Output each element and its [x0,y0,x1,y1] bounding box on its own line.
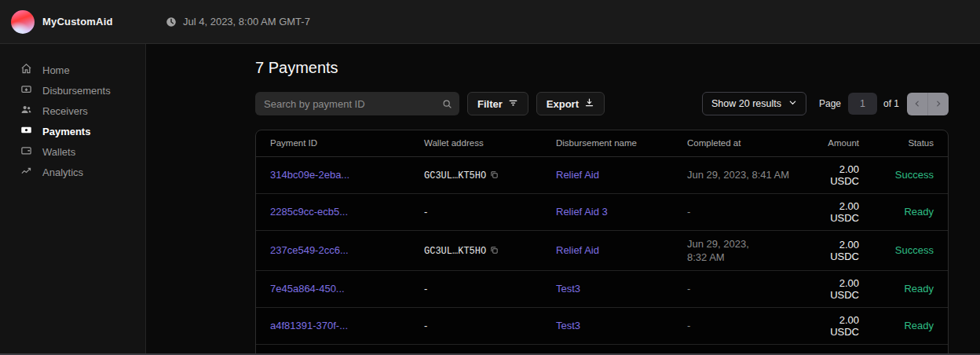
toolbar: Filter Export Show 20 results Page o [255,92,949,115]
payment-id-link[interactable]: 237ce549-2cc6... [270,244,349,256]
amount: 2.00 USDC [806,230,873,270]
datetime-display: Jul 4, 2023, 8:00 AM GMT-7 [166,16,310,27]
column-header-amount: Amount [806,130,873,156]
amount: 2.00 USDC [806,193,873,230]
analytics-icon [20,165,32,179]
sidebar-item-disbursements[interactable]: Disbursements [0,80,145,101]
wallet-address: GC3UL…KT5HO [424,246,486,257]
wallet-address: GC3UL…KT5HO [424,170,486,181]
status-badge: Ready [873,307,948,344]
column-header-completed-at: Completed at [673,130,806,156]
wallet-address: - [410,270,542,307]
sidebar-item-label: Analytics [42,167,83,178]
sidebar: Home Disbursements Receivers Payments Wa… [0,44,146,353]
clock-icon [166,16,177,27]
page-label: Page [819,98,841,109]
sidebar-item-label: Receivers [42,105,88,117]
table-row: a4f81391-370f-... - Test3 - 2.00 USDC Re… [256,307,948,344]
completed-at: Jun 29, 2023, 8:41 AM [673,156,806,193]
chevron-left-icon [913,97,921,111]
sidebar-item-label: Wallets [42,146,75,158]
completed-at: - [673,307,806,344]
status-badge: Success [873,230,948,270]
pagination-control [907,93,949,115]
datetime-text: Jul 4, 2023, 8:00 AM GMT-7 [183,16,310,27]
sidebar-item-analytics[interactable]: Analytics [0,162,145,182]
copy-icon[interactable] [490,245,499,257]
app-logo [11,10,35,34]
completed-at: Jun 29, 2023, 8:32 AM [687,237,770,264]
completed-at: - [673,270,806,307]
column-header-disbursement-name: Disbursement name [542,130,673,156]
next-page-button[interactable] [928,93,949,115]
wallet-address: - [410,193,542,230]
table-header-row: Payment ID Wallet address Disbursement n… [256,130,948,156]
receivers-icon [20,104,32,118]
chevron-down-icon [788,98,797,109]
table-row: 2285c9cc-ecb5... - Relief Aid 3 - 2.00 U… [256,193,948,230]
sidebar-item-home[interactable]: Home [0,60,145,80]
payment-id-link[interactable]: 7e45a864-450... [270,283,345,295]
column-header-wallet-address: Wallet address [410,130,542,156]
sidebar-item-wallets[interactable]: Wallets [0,141,145,162]
topbar: MyCustomAid Jul 4, 2023, 8:00 AM GMT-7 [0,0,980,44]
search-icon [442,98,452,112]
disbursements-icon [20,83,32,97]
home-icon [20,63,32,77]
sidebar-item-payments[interactable]: Payments [0,121,145,141]
filter-button[interactable]: Filter [467,92,528,115]
amount: 2.00 USDC [806,270,873,307]
payment-id-link[interactable]: 314bc09e-2eba... [270,169,349,181]
prev-page-button[interactable] [907,93,928,115]
payments-icon [20,124,32,138]
disbursement-link[interactable]: Test3 [556,283,580,295]
page-total-label: of 1 [883,98,899,109]
copy-icon[interactable] [490,170,499,181]
disbursement-link[interactable]: Relief Aid 3 [556,206,608,218]
main-content: 7 Payments Filter Export [146,44,980,353]
filter-icon [508,97,518,110]
sidebar-item-label: Disbursements [42,85,111,97]
export-button[interactable]: Export [536,92,605,115]
status-badge: Ready [873,193,948,230]
filter-button-label: Filter [477,98,503,110]
export-button-label: Export [547,98,579,110]
payments-table: Payment ID Wallet address Disbursement n… [255,130,949,355]
amount: 2.00 USDC [806,156,873,193]
sidebar-item-label: Payments [42,126,90,137]
search-box [255,92,459,115]
sidebar-item-label: Home [42,64,70,76]
status-badge: Ready [873,270,948,307]
table-row: 314bc09e-2eba... GC3UL…KT5HO Relief Aid … [256,156,948,193]
show-results-select[interactable]: Show 20 results [702,92,806,115]
disbursement-link[interactable]: Relief Aid [556,244,599,256]
page-title: 7 Payments [255,57,949,79]
search-input[interactable] [255,92,459,115]
status-badge: Success [873,156,948,193]
disbursement-link[interactable]: Test3 [556,320,580,331]
completed-at: - [673,193,806,230]
amount: 2.00 USDC [806,307,873,344]
page-number-input[interactable] [848,93,877,115]
column-header-status: Status [873,130,948,156]
payment-id-link[interactable]: a4f81391-370f-... [270,320,348,331]
download-icon [584,97,594,110]
wallet-address: - [410,307,542,344]
brand-area: MyCustomAid [0,10,146,34]
payment-id-link[interactable]: 2285c9cc-ecb5... [270,206,348,218]
sidebar-item-receivers[interactable]: Receivers [0,101,145,121]
show-results-label: Show 20 results [711,98,781,109]
wallets-icon [20,145,32,159]
table-row: 7e45a864-450... - Test3 - 2.00 USDC Read… [256,270,948,307]
chevron-right-icon [934,97,942,111]
table-row: 237ce549-2cc6... GC3UL…KT5HO Relief Aid … [256,230,948,270]
app-title: MyCustomAid [42,16,113,27]
disbursement-link[interactable]: Relief Aid [556,169,599,181]
column-header-payment-id: Payment ID [256,130,410,156]
